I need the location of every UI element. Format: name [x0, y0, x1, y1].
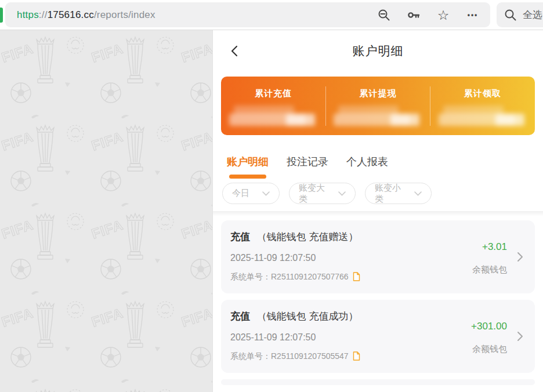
tab-label: 个人报表: [346, 156, 388, 168]
more-options-icon[interactable]: •••: [466, 8, 480, 22]
tab-label: 投注记录: [287, 156, 328, 168]
tab-favicon-sliver: [0, 8, 3, 23]
transaction-card-partial[interactable]: [221, 379, 535, 385]
copy-icon[interactable]: [353, 272, 360, 281]
content: FIFA: [0, 30, 543, 392]
tab-account-details[interactable]: 账户明细: [227, 155, 269, 169]
tab-bar: 账户明细 投注记录 个人报表: [227, 155, 543, 169]
order-label: 系统单号：: [230, 351, 271, 361]
url-text[interactable]: https://175616.cc/reports/index: [17, 9, 155, 21]
filter-label: 今日: [232, 188, 249, 199]
summary-divider: [325, 86, 326, 126]
summary-total-recharge: 累计充值: [221, 77, 325, 135]
transaction-card[interactable]: 充值 （钱能钱包 充值成功） 2025-11-09 12:07:50 系统单号：…: [221, 300, 535, 373]
filter-date-dropdown[interactable]: 今日: [222, 183, 280, 204]
summary-total-withdraw: 累计提现: [325, 77, 430, 135]
summary-divider: [430, 86, 430, 126]
transaction-datetime: 2025-11-09 12:07:50: [230, 252, 526, 264]
list-top-shadow: [213, 211, 543, 216]
summary-label: 累计充值: [255, 88, 292, 99]
wallet-type: 余额钱包: [472, 264, 507, 275]
transaction-card[interactable]: 充值 （钱能钱包 充值赠送） 2025-11-09 12:07:50 系统单号：…: [221, 220, 535, 293]
transaction-type: 充值: [230, 231, 250, 242]
hidden-amount-blur: [334, 106, 422, 126]
copy-icon[interactable]: [353, 351, 360, 361]
background-pattern-panel: FIFA: [0, 30, 212, 392]
url-scheme: https: [17, 9, 39, 20]
url-path: /reports/index: [94, 9, 155, 20]
bookmark-star-icon[interactable]: ☆: [436, 8, 450, 22]
browser-actions: ☆ •••: [377, 8, 480, 22]
chevron-down-icon: [338, 191, 346, 196]
hidden-amount-blur: [229, 106, 317, 126]
browser-toolbar: https://175616.cc/reports/index ☆ •••: [0, 0, 543, 30]
order-number: R2511091207505547: [271, 351, 349, 361]
transaction-list: 充值 （钱能钱包 充值赠送） 2025-11-09 12:07:50 系统单号：…: [213, 216, 543, 385]
transaction-datetime: 2025-11-09 12:07:50: [230, 331, 526, 344]
tab-betting-records[interactable]: 投注记录: [287, 155, 328, 169]
tab-personal-report[interactable]: 个人报表: [346, 155, 388, 169]
transaction-detail: （钱能钱包 充值成功）: [257, 311, 359, 322]
url-host: 175616.cc: [48, 9, 94, 20]
chevron-down-icon: [414, 191, 422, 196]
password-key-icon[interactable]: [407, 8, 421, 22]
address-bar[interactable]: https://175616.cc/reports/index ☆ •••: [5, 2, 490, 27]
side-search-label: 全选: [523, 8, 542, 21]
back-button[interactable]: [228, 44, 242, 58]
order-number: R2511091207507766: [271, 271, 349, 282]
filter-major-category-dropdown[interactable]: 账变大类: [289, 183, 356, 204]
fifa-pattern: FIFA: [0, 30, 212, 392]
filter-bar: 今日 账变大类 账变小类: [222, 183, 534, 204]
screen: https://175616.cc/reports/index ☆ •••: [0, 0, 543, 392]
transaction-detail: （钱能钱包 充值赠送）: [257, 231, 359, 242]
search-icon: [504, 8, 517, 22]
wallet-type: 余额钱包: [472, 344, 507, 355]
page-header: 账户明细: [213, 30, 543, 72]
side-search-box[interactable]: 全选: [497, 2, 543, 27]
transaction-amount: +301.00: [471, 321, 507, 332]
transaction-amount: +3.01: [482, 241, 507, 253]
summary-total-claimed: 累计领取: [430, 77, 535, 135]
filter-label: 账变大类: [299, 183, 332, 205]
account-details-panel: 账户明细 累计充值 累计提现 累计领取: [212, 30, 543, 392]
page-title: 账户明细: [353, 43, 404, 59]
chevron-right-icon[interactable]: [517, 252, 523, 262]
transaction-type: 充值: [230, 311, 250, 322]
summary-label: 累计领取: [464, 88, 501, 99]
filter-label: 账变小类: [375, 183, 408, 205]
filter-minor-category-dropdown[interactable]: 账变小类: [365, 183, 432, 204]
transaction-title-row: 充值 （钱能钱包 充值赠送）: [230, 231, 526, 244]
summary-label: 累计提现: [359, 88, 396, 99]
zoom-out-icon[interactable]: [377, 8, 391, 22]
hidden-amount-blur: [439, 106, 527, 126]
tab-label: 账户明细: [227, 156, 269, 168]
summary-card: 累计充值 累计提现 累计领取: [221, 77, 535, 135]
url-separator: ://: [39, 9, 48, 20]
chevron-down-icon: [262, 191, 270, 196]
order-label: 系统单号：: [230, 271, 271, 282]
chevron-right-icon[interactable]: [517, 331, 523, 342]
active-tab-indicator: [229, 175, 266, 179]
